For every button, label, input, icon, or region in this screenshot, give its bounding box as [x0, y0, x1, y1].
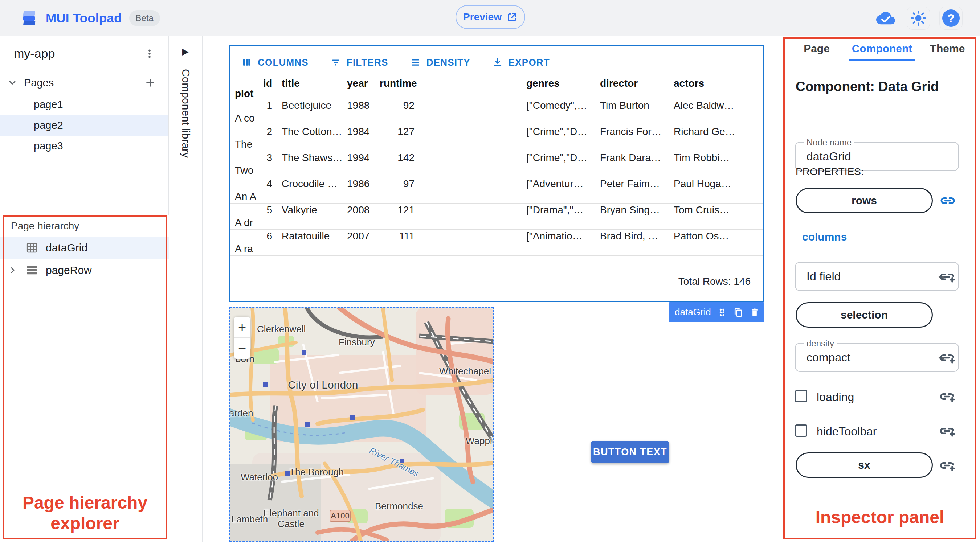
sidebar-item-page3[interactable]: page3 [0, 136, 169, 156]
canvas-button-component[interactable]: BUTTON TEXT [591, 441, 669, 463]
export-icon [492, 57, 503, 68]
add-link-icon[interactable] [939, 423, 956, 439]
column-header[interactable]: year [347, 78, 380, 89]
component-heading: Component: Data Grid [795, 79, 939, 94]
column-header[interactable]: genres [522, 78, 596, 89]
datagrid-component[interactable]: COLUMNS FILTERS DENSITY [229, 45, 764, 302]
loading-label: loading [817, 390, 854, 404]
filter-icon [330, 57, 341, 68]
density-icon [410, 57, 421, 68]
app-title: MUI Toolpad [46, 11, 122, 25]
beta-badge: Beta [129, 10, 160, 26]
chevron-right-icon[interactable] [0, 265, 25, 275]
hierarchy-item-label: pageRow [46, 264, 92, 277]
kebab-menu-icon[interactable] [142, 46, 158, 62]
datagrid-header-row: id title year runtime genres director ac… [231, 78, 763, 99]
open-in-new-icon [507, 12, 518, 22]
hierarchy-item-datagrid[interactable]: dataGrid [0, 237, 169, 259]
datagrid-footer: Total Rows: 146 [231, 262, 763, 301]
table-row[interactable]: 6 Ratatouille 2007 111 ["Animatio… Brad … [231, 230, 763, 256]
add-page-icon[interactable] [145, 77, 156, 89]
properties-label: PROPERTIES: [795, 166, 864, 178]
top-bar: MUI Toolpad Beta Preview [0, 0, 980, 36]
column-header[interactable]: plot [231, 88, 274, 99]
hierarchy-item-label: dataGrid [46, 242, 88, 254]
table-row[interactable]: 4 Crocodile … 1986 97 ["Adventur… Peter … [231, 177, 763, 203]
columns-button[interactable]: COLUMNS [241, 57, 309, 68]
rows-icon [25, 264, 46, 277]
cloud-done-icon[interactable] [874, 6, 897, 30]
pages-label: Pages [24, 77, 138, 89]
density-value: compact [807, 343, 850, 371]
copy-icon[interactable] [733, 307, 744, 318]
id-field-select[interactable]: Id field [795, 262, 959, 291]
density-select[interactable]: density compact [795, 343, 959, 372]
add-link-icon[interactable] [939, 457, 956, 474]
trash-icon[interactable] [749, 307, 760, 318]
density-button[interactable]: DENSITY [410, 57, 470, 68]
map-component[interactable]: Clerkenwell Finsbury Whitechapel City of… [229, 307, 494, 542]
brightness-icon[interactable] [907, 6, 930, 30]
add-link-icon[interactable] [939, 388, 956, 405]
column-header[interactable]: title [274, 78, 347, 89]
selection-property-button[interactable]: selection [795, 302, 933, 327]
rows-property-button[interactable]: rows [795, 188, 933, 213]
selected-component-name: dataGrid [675, 307, 711, 318]
table-row[interactable]: 2 The Cotton… 1984 127 ["Crime","D… Fran… [231, 125, 763, 151]
brand: MUI Toolpad Beta [21, 0, 160, 36]
sx-property-button[interactable]: sx [795, 452, 933, 478]
project-row: my-app [0, 36, 169, 71]
link-icon[interactable] [939, 192, 956, 209]
inspector-panel: Page Component Theme Component: Data Gri… [784, 36, 980, 542]
toolpad-logo-icon [21, 10, 38, 27]
drag-handle-icon[interactable] [717, 307, 727, 318]
table-row[interactable]: 5 Valkyrie 2008 121 ["Drama","… Bryan Si… [231, 203, 763, 230]
component-library-strip: ▶ Component library [169, 36, 202, 542]
map-graphic [231, 308, 494, 542]
hide-toolbar-checkbox[interactable] [795, 424, 807, 437]
add-link-icon[interactable] [939, 269, 956, 285]
export-button[interactable]: EXPORT [492, 57, 550, 68]
column-header[interactable]: runtime [380, 78, 428, 89]
page-hierarchy-title: Page hierarchy [0, 216, 169, 237]
zoom-in-button[interactable]: + [234, 317, 250, 338]
columns-icon [241, 57, 252, 68]
sidebar-item-page2[interactable]: page2 [0, 115, 169, 136]
help-icon[interactable]: ? [939, 6, 963, 30]
column-header[interactable]: director [596, 78, 669, 89]
columns-property-link[interactable]: columns [802, 231, 847, 243]
table-row[interactable]: 3 The Shaws… 1994 142 ["Crime","D… Frank… [231, 151, 763, 177]
map-zoom-control: + − [234, 317, 250, 359]
divider [784, 151, 980, 151]
pages-header: Pages [0, 71, 169, 94]
page-hierarchy-panel: Page hierarchy dataGrid [0, 215, 169, 542]
expand-library-icon[interactable]: ▶ [178, 44, 193, 59]
total-rows-label: Total Rows: 146 [678, 276, 751, 287]
preview-button-label: Preview [463, 11, 502, 23]
component-library-label: Component library [180, 69, 192, 158]
inspector-tabs: Page Component Theme [784, 36, 980, 61]
column-header[interactable]: actors [669, 78, 763, 89]
zoom-out-button[interactable]: − [234, 338, 250, 359]
preview-button[interactable]: Preview [455, 5, 525, 29]
chevron-down-icon[interactable] [7, 78, 18, 88]
selected-component-chip: dataGrid [669, 302, 764, 322]
tab-theme[interactable]: Theme [915, 36, 980, 61]
datagrid-toolbar: COLUMNS FILTERS DENSITY [231, 46, 763, 78]
grid-icon [25, 241, 46, 254]
project-name: my-app [14, 46, 55, 60]
toolpad-app: MUI Toolpad Beta Preview [0, 0, 980, 542]
top-actions: ? [874, 0, 963, 36]
filters-button[interactable]: FILTERS [330, 57, 388, 68]
add-link-icon[interactable] [939, 350, 956, 366]
sidebar-item-page1[interactable]: page1 [0, 94, 169, 115]
hierarchy-item-pagerow[interactable]: pageRow [0, 259, 169, 281]
hide-toolbar-label: hideToolbar [817, 425, 877, 438]
loading-checkbox[interactable] [795, 390, 807, 402]
id-field-value: Id field [807, 263, 841, 290]
tab-component[interactable]: Component [850, 36, 915, 61]
tab-page[interactable]: Page [784, 36, 850, 61]
table-row[interactable]: 1 Beetlejuice 1988 92 ["Comedy",… Tim Bu… [231, 99, 763, 125]
